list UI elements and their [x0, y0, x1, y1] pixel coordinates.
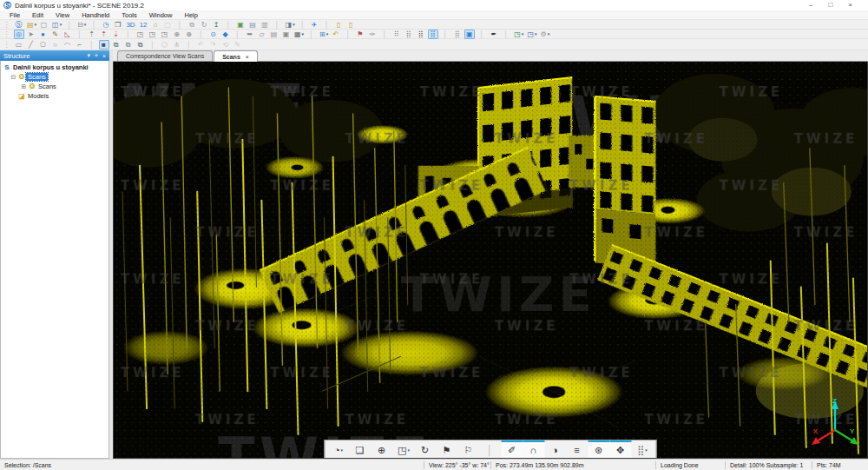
fork-tool-button[interactable]: ⋔ — [172, 40, 182, 50]
corner-draw-button[interactable]: ⌐ — [75, 40, 85, 50]
export-up-button[interactable]: ⇡ — [99, 30, 109, 39]
contrast-button[interactable]: ◑ — [545, 440, 567, 458]
menu-item[interactable]: Tools — [115, 11, 143, 19]
minimize-button[interactable]: – — [809, 1, 812, 10]
drag-handle[interactable]: ⋮ — [2, 20, 12, 30]
flag-target-button[interactable]: ⚐ — [458, 440, 480, 458]
point-grid-button[interactable]: ⣿▾ — [632, 440, 654, 458]
cube-view-3-button[interactable]: ◳ — [160, 30, 170, 39]
open-project-button[interactable]: ▤▾ — [26, 20, 37, 30]
sphere-view-1-button[interactable]: ⊕ — [172, 30, 182, 39]
home-view-button[interactable]: ⌂ — [151, 20, 161, 30]
vr-headset-button[interactable]: ∩ — [523, 440, 545, 458]
flag-button[interactable]: ⚑ — [355, 30, 365, 39]
column-a-button[interactable]: ▯ — [334, 20, 345, 30]
fill-selection-button[interactable]: ■ — [99, 40, 109, 50]
close-button[interactable]: × — [848, 1, 852, 10]
grid-button[interactable]: ⊞▾ — [319, 30, 329, 39]
cube-blue-button[interactable]: ◳▾ — [526, 30, 537, 39]
point-cloud[interactable]: TWIZE TWIZE TWIZE TWIZE TWIZE — [114, 62, 867, 458]
image-button[interactable]: ▣ — [281, 30, 292, 39]
tab-correspondence-view-scans[interactable]: Correspondence View Scans — [117, 50, 213, 61]
blank-button[interactable]: ▢ — [163, 20, 174, 30]
tree-item-root[interactable]: S Dalnii korpus u stoyanki — [1, 63, 108, 72]
rotate-view-button[interactable]: ↻ — [415, 440, 437, 458]
separator[interactable]: │ — [273, 20, 283, 30]
menu-item[interactable]: File — [3, 11, 26, 19]
pen-2-button[interactable]: ✑ — [367, 30, 378, 39]
pen-button[interactable]: ✒ — [489, 30, 499, 39]
flag-annotate-button[interactable]: ⚑ — [437, 440, 458, 458]
separator[interactable]: │ — [184, 40, 194, 50]
separator[interactable]: │ — [440, 30, 450, 39]
zoom-search-button[interactable]: ⊙ — [208, 30, 219, 39]
download-button[interactable]: ⇣ — [111, 30, 122, 39]
doc-arrow-button[interactable]: ➥ — [245, 30, 255, 39]
draw-tool-button[interactable]: ✎ — [50, 30, 61, 39]
zoom-tool-button[interactable]: ⊕ — [372, 440, 393, 458]
view-split-button[interactable]: ⣿ — [452, 30, 463, 39]
maximize-button[interactable]: □ — [828, 1, 832, 10]
undo-a-button[interactable]: ↶ — [196, 40, 207, 50]
print-button[interactable]: ⊟▾ — [76, 20, 87, 30]
camera-button[interactable]: ❒ — [113, 20, 123, 30]
circle-draw-button[interactable]: ○ — [50, 40, 61, 50]
flythrough-button[interactable]: ✈ — [310, 20, 320, 30]
tree-item-models[interactable]: ◪ Models — [1, 91, 108, 101]
select-tool-button[interactable]: ◎ — [14, 30, 24, 39]
drag-handle[interactable]: ⋮ — [2, 30, 12, 39]
move-to-point-button[interactable]: ◆ — [220, 30, 231, 39]
collapse-icon[interactable]: ⊟ — [10, 74, 17, 81]
delete-button[interactable]: ▦▾ — [293, 30, 305, 39]
3d-viewport[interactable]: TWIZE TWIZE TWIZE TWIZE TWIZE — [113, 62, 868, 459]
separator[interactable]: │ — [306, 30, 317, 39]
sphere-view-button[interactable]: ⊛ — [589, 440, 610, 458]
separator[interactable]: │ — [196, 30, 207, 39]
expand-icon[interactable]: ⊞ — [20, 83, 28, 90]
tab-scans[interactable]: Scans × — [214, 50, 258, 62]
separator[interactable]: │ — [64, 20, 75, 30]
tab-close-icon[interactable]: × — [246, 54, 249, 60]
move-up-button[interactable]: ⇡ — [87, 30, 97, 39]
separator[interactable]: │ — [87, 40, 97, 50]
column-b-button[interactable]: ▯ — [346, 20, 357, 30]
menu-item[interactable]: View — [49, 11, 76, 19]
redo-button[interactable]: ⟲ — [220, 40, 231, 50]
separator[interactable]: │ — [175, 20, 186, 30]
drag-handle[interactable]: ⋮ — [2, 40, 12, 50]
cursor-tool-button[interactable]: ➤ — [26, 30, 36, 39]
image-gray-button[interactable]: ▥ — [260, 20, 271, 30]
edit-button[interactable]: ✎ — [233, 40, 243, 50]
panorama-button[interactable]: ◨▾ — [285, 20, 296, 30]
history-clock-button[interactable]: ◷ — [101, 20, 111, 30]
view-3d-button[interactable]: 3D — [125, 20, 136, 30]
pan-tool-button[interactable]: ❏ — [350, 440, 372, 458]
cube-view-2-button[interactable]: ◳ — [148, 30, 158, 39]
separator[interactable]: │ — [89, 20, 99, 30]
layout-4-button[interactable]: ⣿ — [428, 30, 438, 39]
arc-draw-button[interactable]: ◠ — [62, 40, 73, 50]
world-button[interactable]: ● — [38, 30, 49, 39]
view-single-button[interactable]: ▣ — [464, 30, 475, 39]
separator[interactable]: │ — [322, 20, 332, 30]
menu-item[interactable]: Handheld — [76, 11, 115, 19]
separator[interactable]: │ — [75, 30, 85, 39]
fit-view-button[interactable]: ✥ — [610, 440, 632, 458]
view-12-button[interactable]: 12 — [139, 20, 149, 30]
separator[interactable]: │ — [477, 30, 487, 39]
layer-copy-2-button[interactable]: ⧉ — [123, 40, 134, 50]
separator[interactable]: │ — [379, 30, 390, 39]
copy-button[interactable]: ⧉ — [187, 20, 198, 30]
scene-logo-icon[interactable]: Ⓢ — [14, 20, 24, 30]
undo-button[interactable]: ↶ — [331, 30, 341, 39]
separator[interactable]: │ — [480, 440, 502, 458]
layout-2-button[interactable]: ⣿ — [404, 30, 414, 39]
histogram-button[interactable]: ≡ — [567, 440, 589, 458]
rect-select-button[interactable]: ▭ — [14, 40, 24, 50]
pin-icon[interactable]: ⌖ — [95, 52, 98, 59]
image-blue-button[interactable]: ▤ — [248, 20, 259, 30]
panel-close-icon[interactable]: × — [102, 53, 106, 59]
layout-1-button[interactable]: ⠿ — [391, 30, 402, 39]
view-cube-button[interactable]: ◳▾ — [393, 440, 415, 458]
separator[interactable]: │ — [501, 30, 511, 39]
